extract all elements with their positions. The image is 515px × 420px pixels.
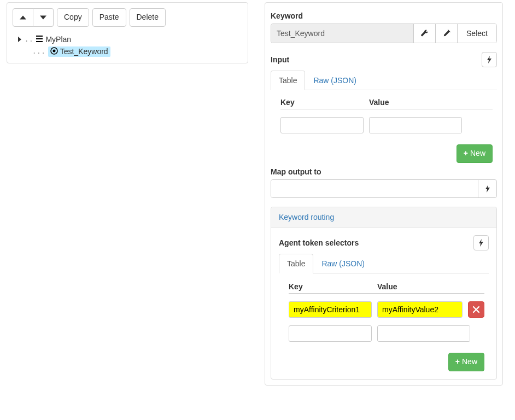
map-output-label: Map output to (271, 167, 497, 176)
plan-tree: .. MyPlan ... Test_Keyword (13, 31, 242, 57)
routing-tabs: Table Raw (JSON) (279, 254, 489, 273)
input-section-label: Input (271, 55, 289, 64)
caret-up-icon (20, 14, 26, 21)
tree-connector: ... (32, 48, 46, 55)
routing-panel: Keyword routing Agent token selectors Ta… (271, 207, 497, 380)
wrench-icon (421, 30, 429, 37)
keyword-select-button[interactable]: Select (457, 24, 496, 43)
tree-item-keyword[interactable]: ... Test_Keyword (17, 45, 242, 57)
caret-down-icon (40, 14, 46, 21)
plan-icon (36, 35, 43, 44)
move-up-button[interactable] (13, 8, 33, 27)
tree-panel: Copy Paste Delete .. MyPlan ... (7, 2, 248, 63)
details-panel: Keyword Select Input Table Ra (265, 2, 503, 386)
keyword-section-label: Keyword (271, 11, 497, 20)
move-down-button[interactable] (33, 8, 54, 27)
plus-icon: + (464, 148, 468, 159)
agent-selectors-label: Agent token selectors (279, 238, 359, 247)
routing-tab-table[interactable]: Table (279, 254, 313, 273)
routing-add-label: New (462, 357, 477, 368)
bolt-icon (478, 239, 484, 247)
delete-button[interactable]: Delete (130, 8, 166, 27)
routing-header[interactable]: Keyword routing (271, 207, 496, 228)
routing-kv-table: Key Value (279, 282, 489, 342)
input-key-header: Key (280, 98, 369, 107)
keyword-config-button[interactable] (413, 24, 435, 43)
keyword-field-group: Select (271, 24, 497, 43)
keyword-icon (50, 47, 58, 56)
pencil-icon (443, 30, 450, 37)
tree-root-label: MyPlan (45, 35, 71, 44)
input-add-button[interactable]: + New (457, 144, 493, 163)
routing-row (289, 325, 484, 342)
tree-connector: .. (25, 36, 33, 43)
routing-value-field[interactable] (378, 302, 463, 317)
routing-tab-raw[interactable]: Raw (JSON) (313, 254, 373, 273)
bolt-icon (485, 185, 490, 192)
map-output-input[interactable] (271, 180, 478, 197)
map-output-group (271, 179, 497, 198)
tree-item-root[interactable]: .. MyPlan (17, 33, 242, 45)
routing-value-header: Value (377, 282, 484, 291)
routing-key-field[interactable] (289, 325, 372, 342)
routing-row-delete-button[interactable] (468, 301, 484, 318)
remove-icon (473, 306, 479, 313)
svg-rect-1 (36, 38, 43, 39)
tree-keyword-label: Test_Keyword (60, 47, 108, 56)
routing-add-button[interactable]: + New (448, 353, 484, 371)
tree-toolbar: Copy Paste Delete (13, 8, 242, 27)
routing-key-field[interactable] (289, 301, 372, 318)
input-add-label: New (470, 148, 485, 159)
tree-expand-icon[interactable] (17, 35, 22, 44)
input-tab-raw[interactable]: Raw (JSON) (305, 71, 365, 90)
routing-row (289, 301, 484, 318)
keyword-input[interactable] (271, 24, 413, 43)
input-tab-table[interactable]: Table (271, 71, 305, 90)
input-dynamic-button[interactable] (482, 52, 497, 67)
input-tabs: Table Raw (JSON) (271, 71, 497, 90)
input-value-field[interactable] (370, 118, 462, 133)
bolt-icon (487, 56, 492, 63)
input-key-field[interactable] (280, 117, 364, 133)
input-row (280, 117, 493, 133)
plus-icon: + (455, 357, 460, 368)
agent-dynamic-button[interactable] (473, 235, 489, 250)
copy-button[interactable]: Copy (57, 8, 89, 27)
svg-rect-2 (36, 41, 43, 42)
paste-button[interactable]: Paste (92, 8, 126, 27)
routing-key-header: Key (289, 282, 377, 291)
keyword-edit-button[interactable] (435, 24, 457, 43)
input-value-header: Value (369, 98, 493, 107)
svg-rect-0 (36, 36, 43, 37)
input-kv-table: Key Value (271, 98, 497, 133)
routing-value-field[interactable] (378, 326, 470, 341)
svg-point-4 (52, 49, 55, 52)
map-output-dynamic-button[interactable] (478, 180, 496, 197)
